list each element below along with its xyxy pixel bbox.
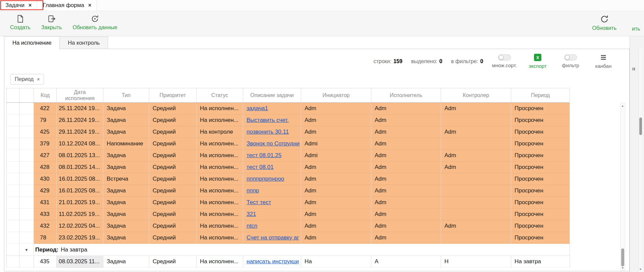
table-row[interactable]: 379 10.12.2024 08... Напоминание Средний… <box>6 138 570 150</box>
table-row[interactable]: 430 16.01.2025 08... Встреча Средний На … <box>6 173 570 185</box>
task-description-link[interactable]: написать инструкци <box>247 258 299 265</box>
refresh-button[interactable]: Обновить <box>587 11 622 36</box>
table-row[interactable]: 427 08.01.2025 13... Задача Средний На и… <box>6 150 570 162</box>
row-select-cell[interactable] <box>7 220 19 232</box>
group-row-tomorrow[interactable]: ▼ Период: На завтра <box>6 244 570 256</box>
kanban-control[interactable]: канбан <box>591 54 615 69</box>
cell-period: Просрочен <box>511 115 570 126</box>
cell-date: 11.02.2025 19... <box>57 209 103 220</box>
table-row[interactable]: 79 26.11.2024 19... Задача Средний На ис… <box>6 115 570 126</box>
cell-initiator: Adm <box>301 162 371 173</box>
grouping-chip-close-icon[interactable]: × <box>37 77 40 82</box>
task-description-link[interactable]: тест 08.01.25 <box>247 152 281 159</box>
task-description-link[interactable]: ntcn <box>247 223 257 229</box>
tab-control[interactable]: На контроль <box>59 37 108 49</box>
row-icon-cell <box>19 185 34 197</box>
cell-executor: Adm <box>371 232 441 244</box>
refresh-data-button[interactable]: Обновить данные <box>67 11 122 36</box>
filter-control[interactable]: фильтр <box>558 54 583 68</box>
header-type[interactable]: Тип <box>103 88 149 102</box>
table-row[interactable]: 435 08.03.2025 11... Задача Средний На и… <box>6 256 570 268</box>
task-description-link[interactable]: задача1 <box>247 105 268 112</box>
header-description[interactable]: Описание задачи <box>243 88 301 102</box>
page-vertical-scrollbar[interactable]: ▼ <box>638 49 642 272</box>
cell-initiator: Admi <box>301 150 371 162</box>
cell-priority: Средний <box>149 220 197 232</box>
row-select-cell[interactable] <box>7 173 19 185</box>
tab-main-form-close-icon[interactable]: × <box>88 3 91 8</box>
task-description-link[interactable]: Звонок по Сотрудни <box>247 140 300 147</box>
task-description-link[interactable]: позвонить 30.11 <box>247 129 289 135</box>
row-select-cell[interactable] <box>7 150 19 162</box>
cell-controller: Adm <box>441 126 511 138</box>
cell-period: Просрочен <box>511 126 570 138</box>
scroll-down-icon[interactable]: ▼ <box>621 266 625 270</box>
task-description-link[interactable]: Счет на отправку аг <box>247 234 299 241</box>
header-code[interactable]: Код <box>34 88 57 102</box>
create-button-label: Создать <box>10 25 31 31</box>
tab-tasks-close-icon[interactable]: × <box>29 3 32 8</box>
table-row[interactable]: 432 12.02.2025 04... Задача Средний На и… <box>6 220 570 232</box>
table-row[interactable]: 425 29.11.2024 19... Задача Средний На к… <box>6 126 570 138</box>
cell-description: написать инструкци <box>243 256 301 268</box>
header-status[interactable]: Статус <box>197 88 243 102</box>
row-select-cell[interactable] <box>7 126 19 138</box>
header-date[interactable]: Дата исполнения <box>57 88 103 102</box>
row-select-cell[interactable] <box>7 115 19 126</box>
task-description-link[interactable]: Тест тест <box>247 199 271 206</box>
row-select-cell[interactable] <box>7 232 19 244</box>
task-description-link[interactable]: 321 <box>247 211 256 218</box>
table-row[interactable]: 428 08.01.2025 14... Задача Средний На и… <box>6 162 570 173</box>
row-select-cell[interactable] <box>7 138 19 150</box>
row-select-cell[interactable] <box>7 256 19 268</box>
table-row[interactable]: 433 11.02.2025 19... Задача Средний На и… <box>6 209 570 220</box>
export-control[interactable]: X экспорт <box>526 54 550 69</box>
table-body-overdue: 422 25.11.2024 19... Задача Средний На и… <box>6 103 570 244</box>
tab-execution[interactable]: На исполнение <box>4 36 60 49</box>
row-select-cell[interactable] <box>7 209 19 220</box>
close-button[interactable]: Закрыть <box>36 11 67 36</box>
cell-description: Выставить счет. <box>243 115 301 126</box>
multisort-toggle[interactable] <box>498 54 511 60</box>
table-row[interactable]: 78 23.02.2025 19... Задача Средний На ис… <box>6 232 570 244</box>
header-controller[interactable]: Контролер <box>441 88 511 102</box>
cell-status: На исполнен... <box>197 115 243 126</box>
row-select-cell[interactable] <box>7 197 19 209</box>
collapse-triangle-icon[interactable]: ▼ <box>19 244 34 256</box>
row-select-cell[interactable] <box>7 185 19 197</box>
cell-status: На исполнен... <box>197 209 243 220</box>
cell-date: 29.11.2024 19... <box>57 126 103 138</box>
cell-date: 26.11.2024 19... <box>57 115 103 126</box>
table-scrollbar-thumb[interactable] <box>621 248 624 266</box>
selected-count-label: выделено: <box>411 58 437 64</box>
grouping-chip-period[interactable]: Период × <box>10 74 44 85</box>
cell-initiator: Adm <box>301 232 371 244</box>
header-priority[interactable]: Приоритет <box>149 88 197 102</box>
create-button[interactable]: Создать <box>5 11 36 36</box>
rows-count-value: 159 <box>393 58 402 64</box>
table-vertical-scrollbar[interactable]: ▲ ▼ <box>620 103 625 271</box>
table-row[interactable]: 422 25.11.2024 19... Задача Средний На и… <box>6 103 570 115</box>
page-scroll-down-icon[interactable]: ▼ <box>639 268 642 271</box>
header-period[interactable]: Период <box>511 88 570 102</box>
page-scrollbar-thumb[interactable] <box>639 118 642 135</box>
cell-initiator: Adm <box>301 185 371 197</box>
task-description-link[interactable]: ппппрпрпнроо <box>247 176 284 182</box>
row-select-cell[interactable] <box>7 103 19 115</box>
task-description-link[interactable]: Выставить счет. <box>247 117 289 124</box>
tab-main-form[interactable]: Главная форма × <box>37 0 97 11</box>
task-description-link[interactable]: пппр <box>247 187 259 194</box>
cell-type: Задача <box>103 232 149 244</box>
cell-code: 428 <box>34 162 57 173</box>
scroll-up-icon[interactable]: ▲ <box>621 104 625 107</box>
filter-toggle[interactable] <box>564 54 577 60</box>
table-row[interactable]: 429 16.01.2025 08... Задача Средний На и… <box>6 185 570 197</box>
table-row[interactable]: 431 21.01.2025 19... Задача Средний На и… <box>6 197 570 209</box>
row-select-cell[interactable] <box>7 162 19 173</box>
multisort-control[interactable]: множ.сорт. <box>492 54 517 68</box>
tab-tasks[interactable]: Задачи × <box>0 0 37 11</box>
excel-export-icon[interactable]: X <box>534 54 541 61</box>
task-description-link[interactable]: тест 08.01 <box>247 164 274 171</box>
header-initiator[interactable]: Инициатор <box>301 88 371 102</box>
header-executor[interactable]: Исполнитель <box>371 88 441 102</box>
